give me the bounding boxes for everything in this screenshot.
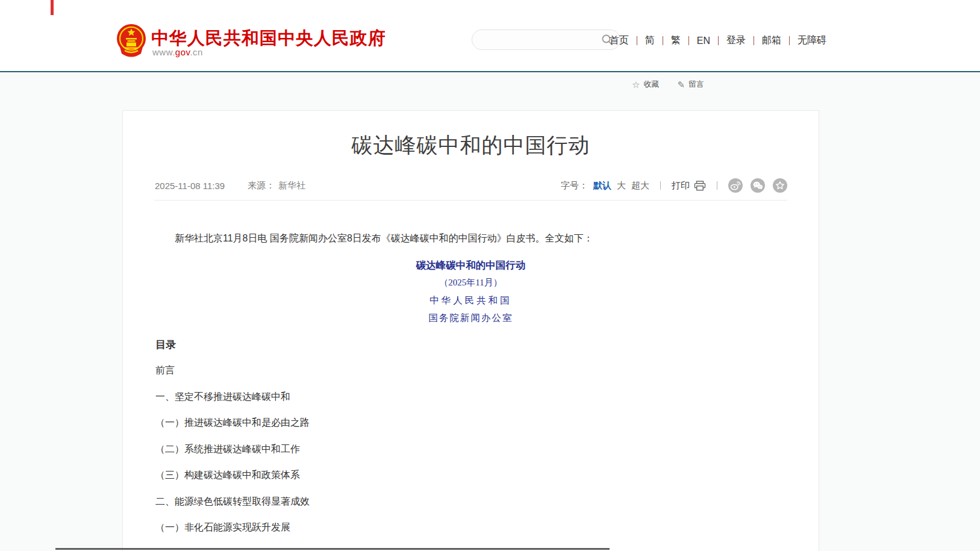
nav-item-english[interactable]: EN <box>689 36 718 46</box>
page-actions: ☆ 收藏 ✎ 留言 <box>632 79 704 90</box>
site-url: www.gov.cn <box>152 47 203 57</box>
font-size-option-default[interactable]: 默认 <box>593 180 611 191</box>
comment-label: 留言 <box>688 79 704 90</box>
toc-item-section2-1: （一）非化石能源实现跃升发展 <box>155 521 310 534</box>
meta-divider <box>154 200 787 201</box>
top-nav: 首页 简 繁 EN 登录 邮箱 无障碍 <box>610 34 826 47</box>
document-date: （2025年11月） <box>123 277 819 288</box>
screen-edge-artifact <box>51 0 54 15</box>
source-label: 来源： <box>248 180 275 191</box>
toc-item-section1-1: （一）推进碳达峰碳中和是必由之路 <box>155 416 310 429</box>
printer-icon <box>694 181 706 191</box>
article-meta-right: 字号： 默认 大 超大 打印 <box>561 178 787 193</box>
document-issuer-country: 中华人民共和国 <box>123 294 819 307</box>
wechat-share-icon[interactable] <box>751 178 765 193</box>
font-size-label: 字号： <box>561 180 588 191</box>
favorite-button[interactable]: ☆ 收藏 <box>632 79 659 90</box>
document-issuer-office: 国务院新闻办公室 <box>123 312 819 325</box>
source-name: 新华社 <box>278 180 305 191</box>
article-card: 碳达峰碳中和的中国行动 2025-11-08 11:39 来源： 新华社 字号：… <box>122 110 819 551</box>
print-button[interactable]: 打印 <box>672 180 706 191</box>
search-box <box>472 30 620 50</box>
search-input[interactable] <box>483 35 601 45</box>
meta-separator <box>717 181 717 190</box>
weibo-share-icon[interactable] <box>728 178 743 193</box>
page-bottom-divider <box>55 548 610 550</box>
article-meta-row: 2025-11-08 11:39 来源： 新华社 字号： 默认 大 超大 打印 <box>155 177 787 194</box>
table-of-contents: 前言 一、坚定不移推进碳达峰碳中和 （一）推进碳达峰碳中和是必由之路 （二）系统… <box>155 364 310 547</box>
favorite-label: 收藏 <box>643 79 659 90</box>
nav-item-mail[interactable]: 邮箱 <box>754 34 789 47</box>
toc-item-section1-2: （二）系统推进碳达峰碳中和工作 <box>155 443 310 456</box>
article-meta-left: 2025-11-08 11:39 来源： 新华社 <box>155 180 305 191</box>
share-icons <box>728 178 787 193</box>
meta-separator <box>660 181 661 190</box>
toc-item-preface: 前言 <box>155 364 310 377</box>
document-title: 碳达峰碳中和的中国行动 <box>123 259 819 272</box>
toc-item-section1-3: （三）构建碳达峰碳中和政策体系 <box>155 469 310 482</box>
print-label: 打印 <box>672 180 690 191</box>
toc-item-section2: 二、能源绿色低碳转型取得显著成效 <box>155 495 310 508</box>
publish-date: 2025-11-08 11:39 <box>155 181 225 191</box>
star-icon: ☆ <box>632 80 640 89</box>
font-size-option-large[interactable]: 大 <box>617 180 626 191</box>
nav-item-simplified[interactable]: 简 <box>637 34 663 47</box>
pencil-icon: ✎ <box>677 80 685 89</box>
toc-item-section1: 一、坚定不移推进碳达峰碳中和 <box>155 390 310 403</box>
nav-item-login[interactable]: 登录 <box>719 34 754 47</box>
nav-item-home[interactable]: 首页 <box>610 34 637 47</box>
nav-item-accessibility[interactable]: 无障碍 <box>790 34 826 47</box>
nav-item-traditional[interactable]: 繁 <box>663 34 688 47</box>
lead-paragraph: 新华社北京11月8日电 国务院新闻办公室8日发布《碳达峰碳中和的中国行动》白皮书… <box>155 231 722 246</box>
font-size-option-xlarge[interactable]: 超大 <box>631 180 649 191</box>
comment-button[interactable]: ✎ 留言 <box>677 79 704 90</box>
national-emblem-logo[interactable] <box>115 23 148 58</box>
page-title: 碳达峰碳中和的中国行动 <box>123 132 819 158</box>
toc-heading: 目录 <box>155 338 176 352</box>
favorite-share-icon[interactable] <box>773 178 787 193</box>
